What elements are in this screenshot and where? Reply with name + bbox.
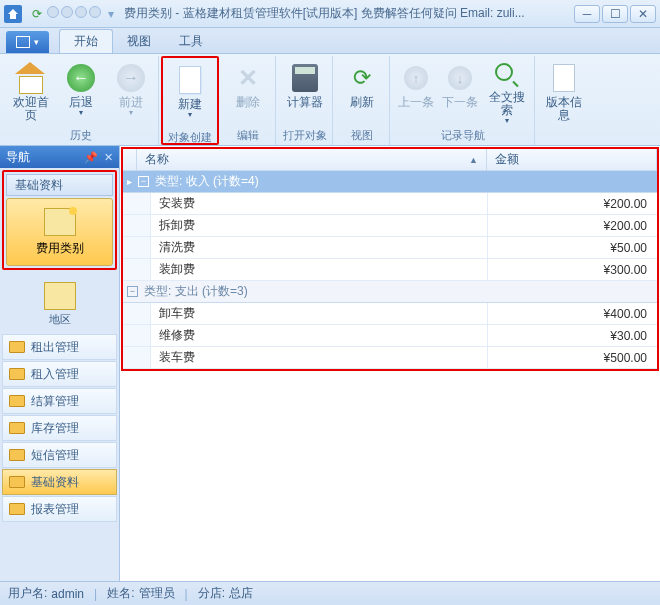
nav-item-stock[interactable]: 库存管理 bbox=[2, 415, 117, 441]
ribbon-group-version: 版本信息 bbox=[537, 56, 591, 145]
folder-icon bbox=[9, 422, 25, 434]
folder-icon bbox=[9, 341, 25, 353]
data-grid: 名称 金额 ▸ − 类型: 收入 (计数=4) 安装费¥200.00 拆卸费¥2… bbox=[120, 146, 660, 581]
group-arrow-icon: ▸ bbox=[127, 176, 132, 187]
table-row[interactable]: 装车费¥500.00 bbox=[123, 347, 657, 369]
status-branch-label: 分店: bbox=[198, 585, 225, 602]
up-arrow-icon: ↑ bbox=[404, 66, 428, 90]
prev-record-button[interactable]: ↑ 上一条 bbox=[396, 58, 436, 126]
refresh-icon[interactable]: ⟳ bbox=[32, 7, 42, 21]
refresh-arrows-icon: ⟳ bbox=[346, 62, 378, 94]
ribbon-group-open: 计算器 打开对象 bbox=[278, 56, 333, 145]
folder-icon bbox=[9, 503, 25, 515]
back-arrow-icon: ← bbox=[67, 64, 95, 92]
table-row[interactable]: 卸车费¥400.00 bbox=[123, 303, 657, 325]
ribbon-group-view: ⟳ 刷新 视图 bbox=[335, 56, 390, 145]
nav-item-rent-in[interactable]: 租入管理 bbox=[2, 361, 117, 387]
status-branch: 总店 bbox=[229, 585, 253, 602]
window-title: 费用类别 - 蓝格建材租赁管理软件[试用版本] 免费解答任何疑问 Email: … bbox=[120, 5, 574, 22]
nav-history-dots[interactable] bbox=[46, 6, 102, 21]
refresh-button[interactable]: ⟳ 刷新 bbox=[339, 58, 385, 126]
status-user: admin bbox=[51, 587, 84, 601]
home-house-icon bbox=[15, 62, 47, 94]
table-row[interactable]: 安装费¥200.00 bbox=[123, 193, 657, 215]
close-button[interactable]: ✕ bbox=[630, 5, 656, 23]
ribbon-group-nav: ↑ 上一条 ↓ 下一条 全文搜索 记录导航 bbox=[392, 56, 535, 145]
grid-header: 名称 金额 bbox=[123, 149, 657, 171]
nav-section-base[interactable]: 基础资料 bbox=[6, 174, 113, 196]
calculator-icon bbox=[292, 64, 318, 92]
next-record-button[interactable]: ↓ 下一条 bbox=[440, 58, 480, 126]
version-info-button[interactable]: 版本信息 bbox=[541, 58, 587, 126]
new-button[interactable]: 新建 bbox=[167, 60, 213, 128]
table-row[interactable]: 拆卸费¥200.00 bbox=[123, 215, 657, 237]
title-bar: ⟳ ▾ 费用类别 - 蓝格建材租赁管理软件[试用版本] 免费解答任何疑问 Ema… bbox=[0, 0, 660, 28]
nav-list: 租出管理 租入管理 结算管理 库存管理 短信管理 基础资料 报表管理 bbox=[2, 334, 117, 579]
tab-tools[interactable]: 工具 bbox=[165, 29, 217, 53]
nav-area[interactable]: 地区 bbox=[2, 276, 117, 332]
welcome-button[interactable]: 欢迎首页 bbox=[8, 58, 54, 126]
ribbon-body: 欢迎首页 ← 后退 → 前进 历史 新建 对象创建 ✕ 删除 bbox=[0, 54, 660, 146]
search-icon bbox=[495, 63, 519, 87]
status-user-label: 用户名: bbox=[8, 585, 47, 602]
area-icon bbox=[44, 282, 76, 310]
nav-fee-category[interactable]: 费用类别 bbox=[6, 198, 113, 266]
tab-view[interactable]: 视图 bbox=[113, 29, 165, 53]
nav-item-report[interactable]: 报表管理 bbox=[2, 496, 117, 522]
maximize-button[interactable]: ☐ bbox=[602, 5, 628, 23]
ribbon-group-create: 新建 对象创建 bbox=[161, 56, 219, 145]
status-name: 管理员 bbox=[139, 585, 175, 602]
new-page-icon bbox=[179, 66, 201, 94]
table-row[interactable]: 维修费¥30.00 bbox=[123, 325, 657, 347]
file-menu-button[interactable] bbox=[6, 31, 49, 53]
folder-icon bbox=[9, 395, 25, 407]
collapse-icon[interactable]: − bbox=[138, 176, 149, 187]
delete-button[interactable]: ✕ 删除 bbox=[225, 58, 271, 126]
col-name[interactable]: 名称 bbox=[137, 149, 487, 170]
calculator-button[interactable]: 计算器 bbox=[282, 58, 328, 126]
tab-start[interactable]: 开始 bbox=[59, 29, 113, 53]
col-amount[interactable]: 金额 bbox=[487, 149, 657, 170]
group-income[interactable]: ▸ − 类型: 收入 (计数=4) bbox=[123, 171, 657, 193]
delete-x-icon: ✕ bbox=[232, 62, 264, 94]
forward-arrow-icon: → bbox=[117, 64, 145, 92]
table-row[interactable]: 装卸费¥300.00 bbox=[123, 259, 657, 281]
ribbon-tabs: 开始 视图 工具 bbox=[0, 28, 660, 54]
nav-close-icon[interactable]: ✕ bbox=[104, 151, 113, 164]
folder-icon bbox=[9, 368, 25, 380]
workspace: 导航 📌 ✕ 基础资料 费用类别 地区 租出管理 租入管理 结算管理 库存管理 … bbox=[0, 146, 660, 581]
down-arrow-icon: ↓ bbox=[448, 66, 472, 90]
file-icon bbox=[16, 36, 30, 48]
nav-item-sms[interactable]: 短信管理 bbox=[2, 442, 117, 468]
table-row[interactable]: 清洗费¥50.00 bbox=[123, 237, 657, 259]
ribbon-group-history: 欢迎首页 ← 后退 → 前进 历史 bbox=[4, 56, 159, 145]
nav-header: 导航 📌 ✕ bbox=[0, 146, 119, 168]
status-name-label: 姓名: bbox=[107, 585, 134, 602]
nav-item-base[interactable]: 基础资料 bbox=[2, 469, 117, 495]
nav-title: 导航 bbox=[6, 149, 30, 166]
group-expense[interactable]: − 类型: 支出 (计数=3) bbox=[123, 281, 657, 303]
category-icon bbox=[44, 208, 76, 236]
collapse-icon[interactable]: − bbox=[127, 286, 138, 297]
minimize-button[interactable]: ─ bbox=[574, 5, 600, 23]
navigation-panel: 导航 📌 ✕ 基础资料 费用类别 地区 租出管理 租入管理 结算管理 库存管理 … bbox=[0, 146, 120, 581]
back-button[interactable]: ← 后退 bbox=[58, 58, 104, 126]
folder-icon bbox=[9, 449, 25, 461]
grid-blank bbox=[120, 372, 660, 581]
pin-icon[interactable]: 📌 bbox=[84, 151, 98, 164]
nav-item-settle[interactable]: 结算管理 bbox=[2, 388, 117, 414]
status-bar: 用户名: admin | 姓名: 管理员 | 分店: 总店 bbox=[0, 581, 660, 605]
nav-item-rent-out[interactable]: 租出管理 bbox=[2, 334, 117, 360]
forward-button[interactable]: → 前进 bbox=[108, 58, 154, 126]
fulltext-search-button[interactable]: 全文搜索 bbox=[484, 58, 530, 126]
document-icon bbox=[553, 64, 575, 92]
ribbon-group-edit: ✕ 删除 编辑 bbox=[221, 56, 276, 145]
home-icon[interactable] bbox=[4, 5, 22, 23]
folder-icon bbox=[9, 476, 25, 488]
